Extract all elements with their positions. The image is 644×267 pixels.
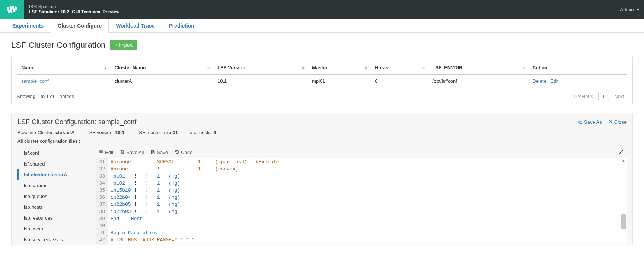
close-link[interactable]: Close xyxy=(609,119,627,125)
cell-actions: DeleteEdit xyxy=(528,75,627,88)
line-text: ib22b05 ! ! 1 (mg) xyxy=(108,201,180,208)
col-name[interactable]: Name▲ xyxy=(17,61,110,75)
tab-experiments[interactable]: Experiments xyxy=(5,19,51,33)
pager-prev[interactable]: Previous xyxy=(571,92,596,101)
line-text: End Host xyxy=(108,215,143,222)
saveall-label: Save All xyxy=(126,150,144,155)
file-item[interactable]: lsf.shared xyxy=(17,158,92,169)
saveall-button[interactable]: Save All xyxy=(120,150,144,156)
gutter: 42 xyxy=(96,236,108,244)
line-text xyxy=(108,222,111,229)
edit-link[interactable]: Edit xyxy=(550,78,558,84)
pager: Previous 1 Next xyxy=(571,92,627,101)
sort-icon: ⇅ xyxy=(207,66,210,70)
file-item[interactable]: lsb.hosts xyxy=(17,202,92,213)
saveas-label: Save As xyxy=(584,119,602,125)
expand-button[interactable] xyxy=(618,149,624,156)
edit-button[interactable]: Edit xyxy=(99,150,113,156)
save-button[interactable]: Save xyxy=(150,150,168,156)
col-action[interactable]: Action xyxy=(528,61,627,75)
pager-page[interactable]: 1 xyxy=(598,92,609,101)
user-menu-label: Admin xyxy=(620,7,634,12)
svg-rect-1 xyxy=(9,6,13,13)
file-item[interactable]: lsf.cluster.clusterA xyxy=(17,169,92,180)
col-lsf-version[interactable]: LSF Version⇅ xyxy=(213,61,307,75)
tab-prediction[interactable]: Prediction xyxy=(162,19,201,33)
undo-button[interactable]: Undo xyxy=(175,150,192,156)
gutter: 32 xyxy=(96,166,108,173)
config-table: Name▲Cluster Name⇅LSF Version⇅Master⇅Hos… xyxy=(17,61,627,88)
code-line: 42# LSF_HOST_ADDR_RANGE=*.*.*.* xyxy=(96,236,627,244)
code-line: 33mpi01 ! ! 1 (mg) xyxy=(96,173,627,180)
sort-icon: ⇅ xyxy=(522,66,525,70)
code-line: 35ib15b10 ! ! 1 (mg) xyxy=(96,187,627,194)
file-list: lsf.conflsf.sharedlsf.cluster.clusterAls… xyxy=(17,148,96,245)
file-item[interactable]: lsb.serviceclasses xyxy=(17,234,92,245)
sort-asc-icon: ▲ xyxy=(103,66,107,70)
cell-cluster: clusterA xyxy=(110,75,213,88)
gutter: 41 xyxy=(96,229,108,236)
col-master[interactable]: Master⇅ xyxy=(307,61,370,75)
file-item[interactable]: lsb.queues xyxy=(17,191,92,202)
gutter: 37 xyxy=(96,201,108,208)
svg-rect-2 xyxy=(12,6,15,12)
col-hosts[interactable]: Hosts⇅ xyxy=(370,61,428,75)
delete-link[interactable]: Delete xyxy=(532,78,546,84)
sort-icon: ⇅ xyxy=(422,66,425,70)
col-cluster-name[interactable]: Cluster Name⇅ xyxy=(110,61,213,75)
line-text: # LSF_HOST_ADDR_RANGE=*.*.*.* xyxy=(108,236,195,244)
import-button[interactable]: + Import xyxy=(110,40,137,50)
col-lsf_envdir[interactable]: LSF_ENVDIR⇅ xyxy=(428,61,528,75)
code-line: 31#orange ! SUNSOL 1 (sparc bsd) #Exampl… xyxy=(96,158,627,166)
table-row: sample_confclusterA10.1mpi016/opt/lsf/co… xyxy=(17,75,627,88)
line-text: ib22b03 ! ! 1 (mg) xyxy=(108,208,180,215)
brand-text: IBM Spectrum LSF Simulator 10.2: GUI Tec… xyxy=(29,4,119,15)
gutter: 31 xyxy=(96,158,108,166)
tab-cluster-configure[interactable]: Cluster Configure xyxy=(51,19,109,33)
editor: Edit Save All Save Undo xyxy=(96,148,627,245)
code-area[interactable]: ▲ 31#orange ! SUNSOL 1 (sparc bsd) #Exam… xyxy=(96,158,627,244)
sort-icon: ⇅ xyxy=(364,66,367,70)
close-label: Close xyxy=(614,119,627,125)
scroll-up-icon[interactable]: ▲ xyxy=(621,159,626,164)
book-icon xyxy=(99,150,103,156)
file-item[interactable]: lsf.conf xyxy=(17,148,92,158)
row-name-link[interactable]: sample_conf xyxy=(21,78,49,84)
nav-tabs: ExperimentsCluster ConfigureWorkload Tra… xyxy=(0,19,644,33)
files-heading: All cluster configuration files : xyxy=(17,138,627,144)
edit-label: Edit xyxy=(105,150,113,155)
line-text: #orange ! SUNSOL 1 (sparc bsd) #Example xyxy=(108,158,279,166)
topbar: IBM Spectrum LSF Simulator 10.2: GUI Tec… xyxy=(0,0,644,19)
save-all-icon xyxy=(120,150,125,156)
line-text: mpi02 ! ! 1 (mg) xyxy=(108,180,180,187)
tab-workload-trace[interactable]: Workload Trace xyxy=(109,19,162,33)
code-line: 39End Host xyxy=(96,215,627,222)
code-line: 38ib22b03 ! ! 1 (mg) xyxy=(96,208,627,215)
gutter: 39 xyxy=(96,215,108,222)
line-text: mpi01 ! ! 1 (mg) xyxy=(108,173,180,180)
meta-line: Baseline Cluster: clusterA LSF version: … xyxy=(17,130,627,135)
svg-rect-0 xyxy=(7,7,10,13)
line-text: ib22b04 ! ! 1 (mg) xyxy=(108,194,180,201)
file-item[interactable]: lsb.users xyxy=(17,223,92,234)
code-line: 40 xyxy=(96,222,627,229)
code-line: 34mpi02 ! ! 1 (mg) xyxy=(96,180,627,187)
pager-next[interactable]: Next xyxy=(611,92,627,101)
cell-version: 10.1 xyxy=(213,75,307,88)
file-item[interactable]: lsb.resources xyxy=(17,213,92,223)
line-text: #prune ! ! 1 (convex) xyxy=(108,166,238,173)
page-title: LSF Cluster Configuration xyxy=(11,40,105,50)
code-line: 36ib22b04 ! ! 1 (mg) xyxy=(96,194,627,201)
detail-panel: LSF Cluster Configuration: sample_conf S… xyxy=(11,113,633,245)
saveas-link[interactable]: Save As xyxy=(578,119,602,125)
save-icon xyxy=(150,150,155,156)
scrollbar-thumb[interactable] xyxy=(621,214,626,229)
gutter: 35 xyxy=(96,187,108,194)
cell-hosts: 6 xyxy=(370,75,428,88)
svg-rect-5 xyxy=(152,150,154,151)
gutter: 34 xyxy=(96,180,108,187)
brand-bottom: LSF Simulator 10.2: GUI Technical Previe… xyxy=(29,9,119,15)
file-item[interactable]: lsb.params xyxy=(17,180,92,191)
undo-icon xyxy=(175,150,179,156)
user-menu[interactable]: Admin xyxy=(620,7,640,12)
